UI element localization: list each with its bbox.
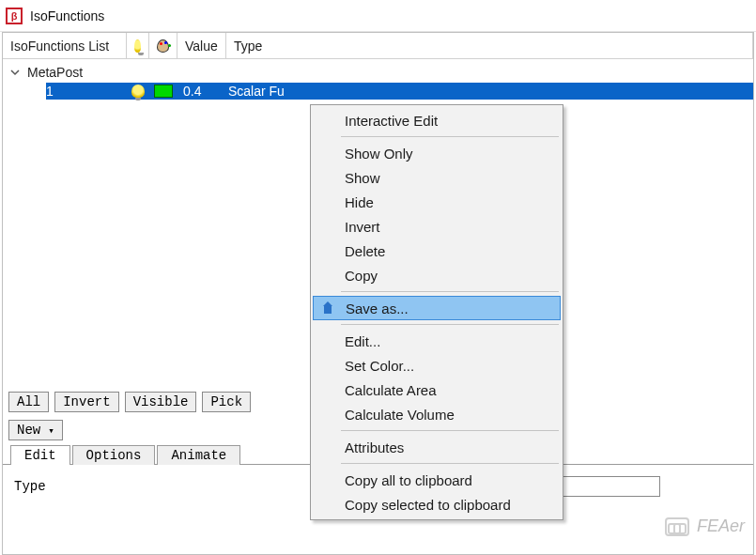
palette-icon xyxy=(157,39,169,53)
column-list[interactable]: IsoFunctions List xyxy=(3,33,127,58)
menu-set-color[interactable]: Set Color... xyxy=(313,353,561,378)
type-label: Type xyxy=(14,479,89,494)
save-as-icon xyxy=(319,301,336,316)
menu-calculate-area[interactable]: Calculate Area xyxy=(313,378,561,402)
menu-calculate-volume[interactable]: Calculate Volume xyxy=(313,402,561,426)
window-title: IsoFunctions xyxy=(30,8,104,23)
tree-root-label: MetaPost xyxy=(27,65,83,80)
watermark-icon xyxy=(665,517,689,536)
menu-interactive-edit[interactable]: Interactive Edit xyxy=(313,108,561,132)
menu-copy-selected[interactable]: Copy selected to clipboard xyxy=(313,492,561,516)
visible-button[interactable]: Visible xyxy=(125,392,197,412)
column-visibility[interactable] xyxy=(127,33,149,58)
menu-copy-all[interactable]: Copy all to clipboard xyxy=(313,468,561,492)
column-type[interactable]: Type xyxy=(226,33,753,58)
bulb-icon xyxy=(131,85,145,98)
all-button[interactable]: All xyxy=(8,392,49,412)
menu-show-only[interactable]: Show Only xyxy=(313,141,561,165)
tree-item-row[interactable]: 1 0.4 Scalar Fu xyxy=(3,82,753,100)
menu-separator xyxy=(341,291,559,292)
menu-attributes[interactable]: Attributes xyxy=(313,435,561,459)
row-type: Scalar Fu xyxy=(223,83,753,100)
menu-delete[interactable]: Delete xyxy=(313,239,561,263)
pick-button[interactable]: Pick xyxy=(202,392,251,412)
menu-separator xyxy=(341,430,559,431)
expander-icon[interactable] xyxy=(8,66,22,79)
tree-root-row[interactable]: MetaPost xyxy=(3,63,753,82)
menu-copy[interactable]: Copy xyxy=(313,263,561,287)
column-value[interactable]: Value xyxy=(177,33,226,58)
tab-animate[interactable]: Animate xyxy=(157,445,240,465)
bulb-icon xyxy=(134,39,141,53)
tab-options[interactable]: Options xyxy=(72,445,156,465)
menu-save-as[interactable]: Save as... xyxy=(313,296,561,320)
watermark: FEAer xyxy=(665,516,745,536)
menu-hide[interactable]: Hide xyxy=(313,190,561,214)
app-icon: β xyxy=(6,8,23,24)
menu-separator xyxy=(341,324,559,325)
watermark-text: FEAer xyxy=(697,516,745,536)
menu-edit[interactable]: Edit... xyxy=(313,329,561,353)
menu-separator xyxy=(341,463,559,464)
context-menu[interactable]: Interactive Edit Show Only Show Hide Inv… xyxy=(310,104,563,520)
row-id: 1 xyxy=(46,83,127,100)
menu-show[interactable]: Show xyxy=(313,165,561,190)
row-value: 0.4 xyxy=(177,83,223,100)
invert-button[interactable]: Invert xyxy=(54,392,118,412)
menu-invert[interactable]: Invert xyxy=(313,214,561,239)
column-color[interactable] xyxy=(149,33,177,58)
row-visibility xyxy=(127,83,149,100)
tree-item-selected[interactable]: 1 0.4 Scalar Fu xyxy=(46,83,753,100)
menu-separator xyxy=(341,136,559,137)
list-header: IsoFunctions List Value Type xyxy=(3,33,753,59)
row-color xyxy=(149,83,177,100)
tab-edit[interactable]: Edit xyxy=(10,445,70,465)
menu-save-as-label: Save as... xyxy=(346,301,409,316)
color-swatch xyxy=(154,85,173,98)
titlebar: β IsoFunctions xyxy=(0,0,756,32)
new-button[interactable]: New xyxy=(8,420,63,440)
